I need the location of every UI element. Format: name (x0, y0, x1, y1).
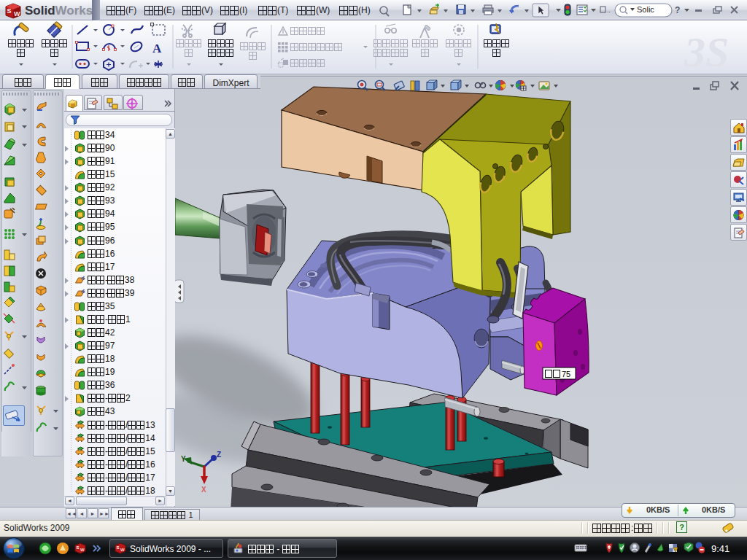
svg-text:75: 75 (562, 370, 570, 378)
svg-text:S: S (77, 545, 80, 550)
svg-text:S: S (117, 545, 120, 550)
svg-text:SolidWorks: SolidWorks (25, 4, 93, 18)
svg-text:Y: Y (181, 455, 186, 463)
svg-text:W: W (14, 10, 20, 18)
svg-text:..: .. (607, 7, 611, 14)
svg-text:!: ! (675, 548, 676, 552)
svg-text:Solic: Solic (637, 5, 654, 14)
svg-text:?: ? (675, 5, 680, 15)
svg-text:W: W (80, 548, 85, 552)
svg-text:W: W (120, 548, 125, 552)
svg-text:S: S (7, 7, 12, 15)
svg-text:Z: Z (217, 451, 221, 459)
svg-text:X: X (201, 486, 206, 494)
